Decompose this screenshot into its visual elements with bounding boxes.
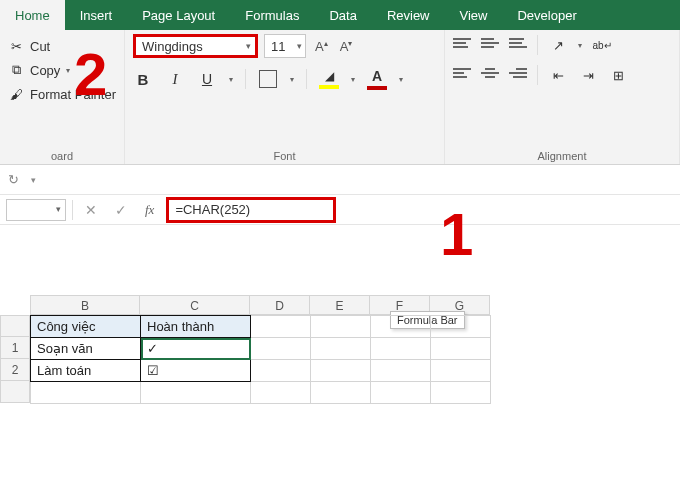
cell-c2[interactable]: ☑ [141, 360, 251, 382]
cell-b2[interactable]: Làm toán [31, 360, 141, 382]
row-header-blank2[interactable] [0, 381, 30, 403]
fx-icon[interactable]: fx [139, 202, 160, 218]
separator [245, 69, 246, 89]
merge-center-button[interactable]: ⊞ [608, 64, 628, 86]
tab-home[interactable]: Home [0, 0, 65, 30]
paintbrush-icon: 🖌 [8, 86, 24, 102]
font-size-dropdown[interactable]: 11 [264, 34, 306, 58]
tab-developer[interactable]: Developer [502, 0, 591, 30]
align-top-button[interactable] [453, 38, 471, 52]
tab-review[interactable]: Review [372, 0, 445, 30]
cell[interactable] [141, 382, 251, 404]
chevron-down-icon[interactable]: ▾ [578, 41, 582, 50]
worksheet-grid[interactable]: B C D E F G 1 2 Công việc Hoàn thành Soạ… [0, 295, 680, 404]
cells: Công việc Hoàn thành Soạn văn ✓ Làm toán… [30, 315, 491, 404]
copy-label: Copy [30, 63, 60, 78]
scissors-icon: ✂ [8, 38, 24, 54]
tab-insert[interactable]: Insert [65, 0, 128, 30]
chevron-down-icon[interactable]: ▾ [399, 75, 403, 84]
col-header-c[interactable]: C [140, 295, 250, 315]
font-name-dropdown[interactable]: Wingdings [133, 34, 258, 58]
decrease-indent-button[interactable]: ⇤ [548, 64, 568, 86]
tab-page-layout[interactable]: Page Layout [127, 0, 230, 30]
align-bottom-button[interactable] [509, 38, 527, 52]
cell[interactable] [251, 382, 311, 404]
chevron-down-icon[interactable]: ▾ [351, 75, 355, 84]
font-color-button[interactable]: A [367, 68, 387, 90]
separator [306, 69, 307, 89]
cell-header-b[interactable]: Công việc [31, 316, 141, 338]
ribbon-tabs: Home Insert Page Layout Formulas Data Re… [0, 0, 680, 30]
grow-font-button[interactable]: A▴ [312, 39, 331, 54]
row-header-2[interactable]: 2 [0, 359, 30, 381]
cell[interactable] [371, 382, 431, 404]
cell[interactable] [371, 316, 431, 338]
cell[interactable] [251, 316, 311, 338]
cell-header-c[interactable]: Hoàn thành [141, 316, 251, 338]
italic-button[interactable]: I [165, 68, 185, 90]
redo-button[interactable]: ↻ [8, 172, 19, 187]
cell-c1[interactable]: ✓ [141, 338, 251, 360]
cell[interactable] [431, 316, 491, 338]
align-right-button[interactable] [509, 68, 527, 82]
enter-formula-button[interactable]: ✓ [109, 202, 133, 218]
row-header-1[interactable]: 1 [0, 337, 30, 359]
cancel-formula-button[interactable]: ✕ [79, 202, 103, 218]
group-alignment: ↗▾ ab↵ ⇤ ⇥ ⊞ Alignment [445, 30, 680, 164]
cell[interactable] [251, 338, 311, 360]
cell[interactable] [311, 338, 371, 360]
col-header-e[interactable]: E [310, 295, 370, 315]
col-header-d[interactable]: D [250, 295, 310, 315]
group-clipboard-label: oard [8, 150, 116, 162]
copy-icon: ⧉ [8, 62, 24, 78]
underline-button[interactable]: U [197, 68, 217, 90]
orientation-button[interactable]: ↗ [548, 34, 568, 56]
shrink-font-button[interactable]: A▾ [337, 39, 356, 54]
tab-formulas[interactable]: Formulas [230, 0, 314, 30]
cell[interactable] [31, 382, 141, 404]
cell[interactable] [431, 382, 491, 404]
cell[interactable] [251, 360, 311, 382]
font-size-value: 11 [271, 39, 285, 54]
group-font-label: Font [133, 150, 436, 162]
borders-button[interactable] [258, 68, 278, 90]
cell[interactable] [371, 360, 431, 382]
font-color-icon: A [372, 68, 382, 84]
tab-data[interactable]: Data [314, 0, 371, 30]
chevron-down-icon[interactable]: ▾ [290, 75, 294, 84]
cell-b1[interactable]: Soạn văn [31, 338, 141, 360]
group-font: Wingdings 11 A▴ A▾ B I U▾ ▾ ◢ ▾ [125, 30, 445, 164]
name-box[interactable] [6, 199, 66, 221]
tab-view[interactable]: View [445, 0, 503, 30]
borders-icon [259, 70, 277, 88]
align-middle-button[interactable] [481, 38, 499, 52]
quick-access-bar: ↻ ▾ [0, 165, 680, 195]
separator [72, 200, 73, 220]
cell[interactable] [311, 382, 371, 404]
align-left-button[interactable] [453, 68, 471, 82]
increase-indent-button[interactable]: ⇥ [578, 64, 598, 86]
row-headers: 1 2 [0, 315, 30, 404]
qat-customize-button[interactable]: ▾ [31, 175, 36, 185]
cell[interactable] [371, 338, 431, 360]
fill-color-swatch [319, 85, 339, 89]
cell[interactable] [311, 316, 371, 338]
chevron-down-icon[interactable]: ▾ [229, 75, 233, 84]
formula-value: =CHAR(252) [175, 202, 250, 217]
col-header-b[interactable]: B [30, 295, 140, 315]
cell[interactable] [431, 360, 491, 382]
row-header-blank[interactable] [0, 315, 30, 337]
cut-label: Cut [30, 39, 50, 54]
cell[interactable] [431, 338, 491, 360]
wrap-text-button[interactable]: ab↵ [592, 34, 612, 56]
cell[interactable] [311, 360, 371, 382]
separator [537, 35, 538, 55]
chevron-down-icon: ▾ [66, 66, 70, 75]
formula-input[interactable]: =CHAR(252) [166, 197, 336, 223]
fill-color-button[interactable]: ◢ [319, 68, 339, 90]
font-name-value: Wingdings [142, 39, 203, 54]
group-alignment-label: Alignment [453, 150, 671, 162]
callout-2: 2 [74, 40, 107, 109]
bold-button[interactable]: B [133, 68, 153, 90]
align-center-button[interactable] [481, 68, 499, 82]
